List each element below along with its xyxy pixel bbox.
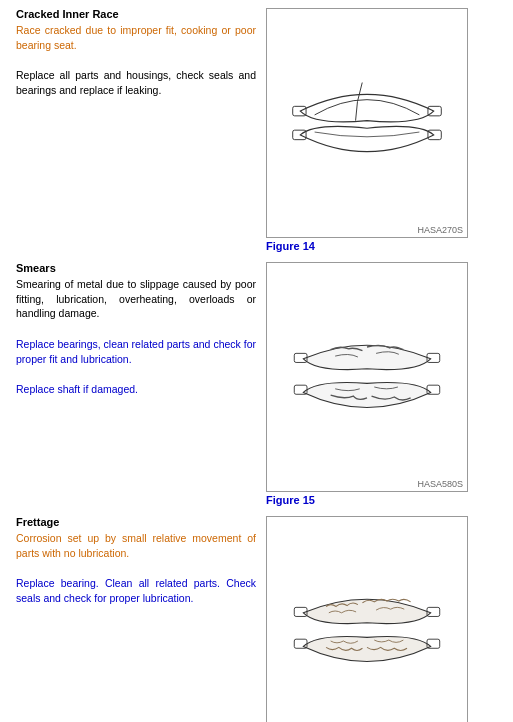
figure-1-wrap: HASA270S Figure 14 xyxy=(266,8,468,252)
figure-2-image: HASA580S xyxy=(266,262,468,492)
bearing-svg-2 xyxy=(267,327,467,427)
bearing-svg-3 xyxy=(267,581,467,681)
section-frettage: Frettage Corrosion set up by small relat… xyxy=(16,516,497,722)
figure-1-label: Figure 14 xyxy=(266,240,315,252)
figure-2-wrap: HASA580S Figure 15 xyxy=(266,262,468,506)
section-para-3-1: Corrosion set up by small relative movem… xyxy=(16,531,256,560)
section-text-3: Frettage Corrosion set up by small relat… xyxy=(16,516,256,722)
section-title-1: Cracked Inner Race xyxy=(16,8,256,20)
figure-3-image: HASA590S xyxy=(266,516,468,722)
bearing-svg-1 xyxy=(267,73,467,173)
content-area: Cracked Inner Race Race cracked due to i… xyxy=(16,8,497,722)
figure-1-image: HASA270S xyxy=(266,8,468,238)
section-para-2-2: Replace bearings, clean related parts an… xyxy=(16,337,256,366)
section-title-3: Frettage xyxy=(16,516,256,528)
svg-rect-2 xyxy=(293,130,306,140)
page-container: Cracked Inner Race Race cracked due to i… xyxy=(0,0,513,722)
figure-2-label: Figure 15 xyxy=(266,494,315,506)
section-para-3-2: Replace bearing. Clean all related parts… xyxy=(16,576,256,605)
section-para-1-1: Race cracked due to improper fit, cookin… xyxy=(16,23,256,52)
section-smears: Smears Smearing of metal due to slippage… xyxy=(16,262,497,506)
figure-1-code: HASA270S xyxy=(417,225,463,235)
section-text-1: Cracked Inner Race Race cracked due to i… xyxy=(16,8,256,252)
section-para-1-2: Replace all parts and housings, check se… xyxy=(16,68,256,97)
figure-3-wrap: HASA590S Figure 16 xyxy=(266,516,468,722)
svg-line-0 xyxy=(357,83,362,102)
section-title-2: Smears xyxy=(16,262,256,274)
section-cracked-inner-race: Cracked Inner Race Race cracked due to i… xyxy=(16,8,497,252)
section-para-2-1: Smearing of metal due to slippage caused… xyxy=(16,277,256,321)
svg-rect-3 xyxy=(428,130,441,140)
section-para-2-3: Replace shaft if damaged. xyxy=(16,382,256,397)
svg-line-1 xyxy=(356,102,358,121)
section-text-2: Smears Smearing of metal due to slippage… xyxy=(16,262,256,506)
figure-2-code: HASA580S xyxy=(417,479,463,489)
